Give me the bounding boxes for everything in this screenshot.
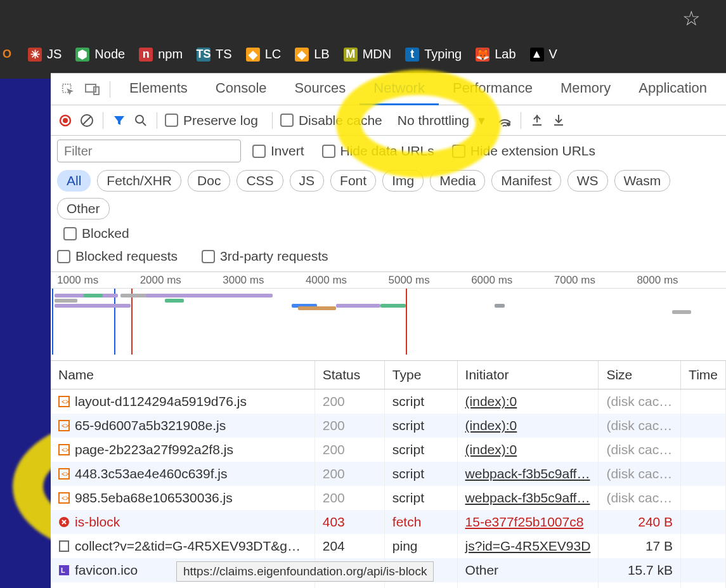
table-row[interactable]: <>restricted?_rsc=1hg47304fetch15-e377f2… <box>51 582 726 588</box>
bookmark-item[interactable]: ✳JS <box>28 47 62 62</box>
table-row[interactable]: collect?v=2&tid=G-4R5XEV93DT&g…204pingjs… <box>51 534 726 558</box>
preserve-log-checkbox[interactable]: Preserve log <box>165 113 258 128</box>
column-header[interactable]: Name <box>51 361 314 389</box>
blocked-response-checkbox[interactable]: Blocked <box>63 226 129 241</box>
import-har-icon[interactable] <box>529 112 545 129</box>
doc-icon <box>58 540 70 552</box>
column-header[interactable]: Status <box>314 361 384 389</box>
invert-checkbox[interactable]: Invert <box>252 143 304 159</box>
tab-sources[interactable]: Sources <box>281 74 360 105</box>
tab-application[interactable]: Application <box>625 74 721 105</box>
filter-pill-img[interactable]: Img <box>382 170 424 192</box>
column-header[interactable]: Time <box>681 361 726 389</box>
svg-text:<>: <> <box>62 422 69 429</box>
js-icon: <> <box>58 420 70 431</box>
type-cell: fetch <box>384 510 457 534</box>
throttling-dropdown[interactable]: No throttling▾ <box>398 113 485 128</box>
table-row[interactable]: <>65-9d6007a5b321908e.js200script(index)… <box>51 414 726 438</box>
request-name: page-2b223a27f992a2f8.js <box>75 442 233 457</box>
disable-cache-checkbox[interactable]: Disable cache <box>280 113 382 128</box>
timeline-tick: 2000 ms <box>140 274 223 287</box>
column-header[interactable]: Type <box>384 361 457 389</box>
filter-pill-manifest[interactable]: Manifest <box>491 170 561 192</box>
filter-pill-css[interactable]: CSS <box>237 170 283 192</box>
bookmark-item[interactable]: ⬢Node <box>75 47 125 62</box>
filter-pill-ws[interactable]: WS <box>567 170 608 192</box>
request-name: layout-d1124294a5919d76.js <box>75 394 247 409</box>
tab-memory[interactable]: Memory <box>547 74 625 105</box>
filter-pill-font[interactable]: Font <box>330 170 376 192</box>
table-row[interactable]: <>985.5eba68e106530036.js200scriptwebpac… <box>51 486 726 510</box>
initiator-link[interactable]: (index):0 <box>465 442 517 457</box>
waterfall-overview[interactable]: 1000 ms2000 ms3000 ms4000 ms5000 ms6000 … <box>51 272 726 361</box>
js-icon: <> <box>58 492 70 504</box>
tab-network[interactable]: Network <box>360 74 439 105</box>
bookmark-item[interactable]: ◆LB <box>295 47 329 62</box>
status-cell: 200 <box>314 438 384 462</box>
tab-console[interactable]: Console <box>202 74 281 105</box>
export-har-icon[interactable] <box>550 112 567 129</box>
hide-extension-urls-checkbox[interactable]: Hide extension URLs <box>452 143 595 159</box>
third-party-checkbox[interactable]: 3rd-party requests <box>202 249 328 264</box>
filter-row: Invert Hide data URLs Hide extension URL… <box>51 136 726 166</box>
size-cell: 265 B <box>599 582 681 588</box>
filter-pill-other[interactable]: Other <box>57 198 110 219</box>
initiator-link[interactable]: webpack-f3b5c9aff… <box>465 466 590 481</box>
table-row[interactable]: <>layout-d1124294a5919d76.js200script(in… <box>51 389 726 414</box>
initiator-link[interactable]: js?id=G-4R5XEV93D <box>465 539 591 553</box>
size-cell: (disk cac… <box>599 462 681 486</box>
hide-data-urls-checkbox[interactable]: Hide data URLs <box>322 143 434 159</box>
initiator-link[interactable]: (index):0 <box>465 418 517 433</box>
svg-text:<>: <> <box>62 398 69 405</box>
bookmark-item[interactable]: ▲V <box>530 47 557 62</box>
tab-performance[interactable]: Performance <box>439 74 547 105</box>
svg-line-6 <box>83 117 91 124</box>
timeline-tick: 3000 ms <box>223 274 306 287</box>
bookmark-item[interactable]: nnpm <box>139 47 183 62</box>
status-cell: 403 <box>314 510 384 534</box>
size-cell: (disk cac… <box>599 389 681 414</box>
filter-pill-all[interactable]: All <box>57 170 91 192</box>
blocked-requests-checkbox[interactable]: Blocked requests <box>57 249 178 264</box>
table-row[interactable]: <>448.3c53ae4e460c639f.js200scriptwebpac… <box>51 462 726 486</box>
bookmark-item[interactable]: ◆LC <box>246 47 282 62</box>
filter-pill-media[interactable]: Media <box>430 170 485 192</box>
err-icon <box>58 516 70 528</box>
bookmark-item[interactable]: tTyping <box>405 47 462 62</box>
svg-text:<>: <> <box>62 471 69 478</box>
bookmark-item[interactable]: MMDN <box>344 47 392 62</box>
tab-elements[interactable]: Elements <box>115 74 202 105</box>
filter-input[interactable] <box>57 140 241 162</box>
request-type-filter-row: AllFetch/XHRDocCSSJSFontImgMediaManifest… <box>51 166 726 245</box>
table-row[interactable]: <>page-2b223a27f992a2f8.js200script(inde… <box>51 438 726 462</box>
filter-pill-js[interactable]: JS <box>290 170 325 192</box>
device-toolbar-icon[interactable] <box>84 80 101 99</box>
initiator-link[interactable]: webpack-f3b5c9aff… <box>465 490 590 505</box>
network-conditions-icon[interactable] <box>496 112 513 129</box>
svg-point-7 <box>136 115 143 123</box>
js-icon: <> <box>58 444 70 455</box>
size-cell: 240 B <box>599 510 681 534</box>
request-name: collect?v=2&tid=G-4R5XEV93DT&g… <box>75 539 301 554</box>
table-row[interactable]: is-block403fetch15-e377f25b1007c8240 B <box>51 510 726 534</box>
bookmarks-bar: O ✳JS⬢NodennpmTSTS◆LC◆LBMMDNtTyping🦊Lab▲… <box>0 30 726 73</box>
inspect-icon[interactable] <box>60 80 77 99</box>
clear-icon[interactable] <box>79 112 95 129</box>
filter-icon[interactable] <box>111 112 127 129</box>
filter-pill-wasm[interactable]: Wasm <box>614 170 671 192</box>
column-header[interactable]: Initiator <box>457 361 599 389</box>
initiator-link[interactable]: 15-e377f25b1007c8 <box>465 514 584 529</box>
bookmark-item[interactable]: O <box>0 48 14 62</box>
filter-pill-fetchxhr[interactable]: Fetch/XHR <box>97 170 181 192</box>
type-cell: script <box>384 414 457 438</box>
size-cell: (disk cac… <box>599 438 681 462</box>
search-icon[interactable] <box>133 112 149 129</box>
bookmark-item[interactable]: 🦊Lab <box>476 47 515 62</box>
bookmark-item[interactable]: TSTS <box>197 47 232 62</box>
size-cell: (disk cac… <box>599 414 681 438</box>
column-header[interactable]: Size <box>599 361 681 389</box>
bookmark-star-icon[interactable]: ☆ <box>682 6 701 30</box>
filter-pill-doc[interactable]: Doc <box>188 170 230 192</box>
initiator-link[interactable]: (index):0 <box>465 394 517 408</box>
record-icon[interactable] <box>57 112 74 129</box>
